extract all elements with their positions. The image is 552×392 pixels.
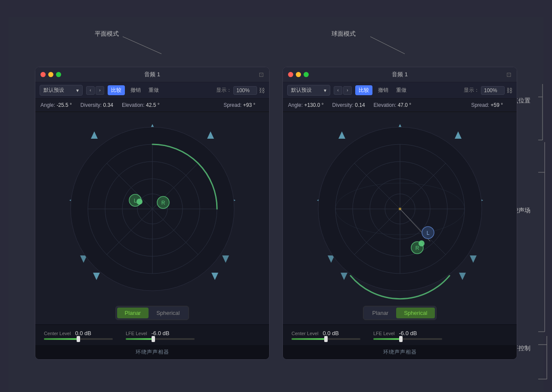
right-center-slider-thumb[interactable] (324, 336, 328, 342)
left-lfe-level-label: LFE Level (126, 331, 147, 336)
svg-point-61 (419, 240, 425, 246)
right-nav-prev[interactable]: ‹ (334, 86, 342, 95)
right-elevation-label: Elevation: 47.0 ° (374, 102, 412, 108)
left-link-icon[interactable]: ⛓ (259, 87, 265, 94)
left-redo-button[interactable]: 重做 (146, 85, 161, 95)
right-compare-button[interactable]: 比较 (355, 85, 372, 95)
left-title-bar: 音频 1 ⊡ (35, 67, 269, 82)
right-panel-icon: ⊡ (506, 71, 512, 78)
left-lfe-level-group: LFE Level -6.0 dB (126, 330, 195, 340)
right-radar-svg[interactable]: L R (307, 116, 493, 302)
left-panel-footer: 环绕声声相器 (35, 345, 269, 359)
right-lfe-level-group: LFE Level -6.0 dB (373, 330, 442, 340)
left-radar-svg[interactable]: L R (60, 116, 245, 302)
right-lfe-slider-fill (373, 338, 401, 340)
right-spread-label: Spread: +59 ° (471, 102, 503, 108)
right-panel-footer: 环绕声声相器 (283, 345, 517, 359)
panels-row: 音频 1 ⊡ 默认预设 ▾ ‹ › 比较 撤销 重做 显示： 1 (35, 67, 517, 360)
left-panel-icon: ⊡ (259, 71, 264, 78)
right-mode-buttons: Planar Spherical (363, 306, 437, 320)
left-center-slider-fill (44, 338, 78, 340)
left-spherical-button[interactable]: Spherical (149, 308, 187, 318)
right-planar-button[interactable]: Planar (365, 308, 397, 318)
left-panel: 音频 1 ⊡ 默认预设 ▾ ‹ › 比较 撤销 重做 显示： 1 (35, 67, 270, 360)
right-preset-select[interactable]: 默认预设 ▾ (287, 85, 330, 96)
left-undo-button[interactable]: 撤销 (128, 85, 143, 95)
right-traffic-lights (288, 72, 309, 77)
left-minimize-button[interactable] (48, 72, 53, 77)
svg-text:R: R (161, 200, 165, 206)
right-center-slider[interactable] (292, 338, 360, 340)
left-radar-container[interactable]: L R (60, 116, 245, 302)
page-layout: 平面模式 球面模式 圆点位置 环绕声场 电平控制 (9, 17, 543, 392)
right-panel-title: 音频 1 (392, 71, 408, 78)
right-lfe-level-value: -6.0 dB (399, 330, 417, 336)
left-mode-buttons: Planar Spherical (115, 306, 189, 320)
planar-mode-annotation: 平面模式 (95, 30, 119, 38)
left-compare-button[interactable]: 比较 (108, 85, 125, 95)
left-elevation-label: Elevation: 42.5 ° (122, 102, 160, 108)
left-nav-next[interactable]: › (96, 86, 104, 95)
left-close-button[interactable] (40, 72, 46, 77)
right-lfe-slider[interactable] (373, 338, 442, 340)
right-spherical-button[interactable]: Spherical (396, 308, 435, 318)
left-lfe-slider-thumb[interactable] (152, 336, 155, 342)
left-toolbar: 默认预设 ▾ ‹ › 比较 撤销 重做 显示： 100% ⛓ (35, 82, 269, 99)
svg-line-0 (123, 37, 161, 54)
right-undo-button[interactable]: 撤销 (376, 85, 391, 95)
left-lfe-slider[interactable] (126, 338, 195, 340)
left-main-area: L R Planar Spherical (35, 112, 269, 324)
right-zoom-value[interactable]: 100% (481, 86, 505, 95)
left-preset-select[interactable]: 默认预设 ▾ (40, 85, 83, 96)
right-close-button[interactable] (288, 72, 293, 77)
right-center-level-label: Center Level (292, 331, 318, 336)
left-panel-title: 音频 1 (144, 71, 160, 78)
right-lfe-slider-thumb[interactable] (399, 336, 403, 342)
right-nav-next[interactable]: › (343, 86, 352, 95)
left-center-level-label: Center Level (44, 331, 71, 336)
right-toolbar: 默认预设 ▾ ‹ › 比较 撤销 重做 显示： 100% ⛓ (283, 82, 517, 99)
left-traffic-lights (40, 72, 61, 77)
left-lfe-slider-fill (126, 338, 153, 340)
left-zoom-value[interactable]: 100% (233, 86, 257, 95)
left-center-slider-thumb[interactable] (77, 336, 80, 342)
right-diversity-label: Diversity: 0.14 (332, 102, 365, 108)
right-main-area: L R Planar Spherical (283, 112, 517, 324)
left-angle-label: Angle: -25.5 ° (40, 102, 72, 108)
svg-text:L: L (426, 230, 429, 236)
spherical-mode-annotation: 球面模式 (332, 30, 356, 38)
svg-text:L: L (133, 198, 136, 204)
right-center-level-group: Center Level 0.0 dB (292, 330, 360, 340)
left-diversity-label: Diversity: 0.34 (81, 102, 113, 108)
right-radar-container[interactable]: L R (307, 116, 493, 302)
right-title-bar: 音频 1 ⊡ (283, 67, 517, 82)
left-center-slider[interactable] (44, 338, 113, 340)
right-center-slider-fill (292, 338, 326, 340)
left-center-level-group: Center Level 0.0 dB (44, 330, 113, 340)
right-zoom-control: 显示： 100% ⛓ (464, 86, 512, 95)
left-params-bar: Angle: -25.5 ° Diversity: 0.34 Elevation… (35, 99, 269, 112)
right-panel: 音频 1 ⊡ 默认预设 ▾ ‹ › 比较 撤销 重做 显示： 1 (282, 67, 517, 360)
right-params-bar: Angle: +130.0 ° Diversity: 0.14 Elevatio… (283, 99, 517, 112)
right-minimize-button[interactable] (296, 72, 301, 77)
right-lfe-level-label: LFE Level (373, 331, 395, 336)
right-nav-buttons: ‹ › (334, 86, 352, 95)
left-level-controls: Center Level 0.0 dB LFE Level -6.0 dB (35, 324, 269, 345)
right-angle-label: Angle: +130.0 ° (288, 102, 324, 108)
left-nav-buttons: ‹ › (86, 86, 104, 95)
left-nav-prev[interactable]: ‹ (86, 86, 95, 95)
right-level-controls: Center Level 0.0 dB LFE Level -6.0 dB (283, 324, 517, 345)
left-spread-label: Spread: +93 ° (223, 102, 255, 108)
left-lfe-level-value: -6.0 dB (152, 330, 170, 336)
right-fullscreen-button[interactable] (304, 72, 309, 77)
left-planar-button[interactable]: Planar (117, 308, 149, 318)
svg-point-34 (136, 199, 143, 205)
right-link-icon[interactable]: ⛓ (506, 87, 512, 94)
right-center-level-value: 0.0 dB (323, 330, 339, 336)
right-redo-button[interactable]: 重做 (394, 85, 409, 95)
svg-text:R: R (415, 245, 419, 251)
left-fullscreen-button[interactable] (56, 72, 61, 77)
left-center-level-value: 0.0 dB (75, 330, 91, 336)
left-zoom-control: 显示： 100% ⛓ (216, 86, 265, 95)
svg-line-1 (370, 37, 405, 54)
